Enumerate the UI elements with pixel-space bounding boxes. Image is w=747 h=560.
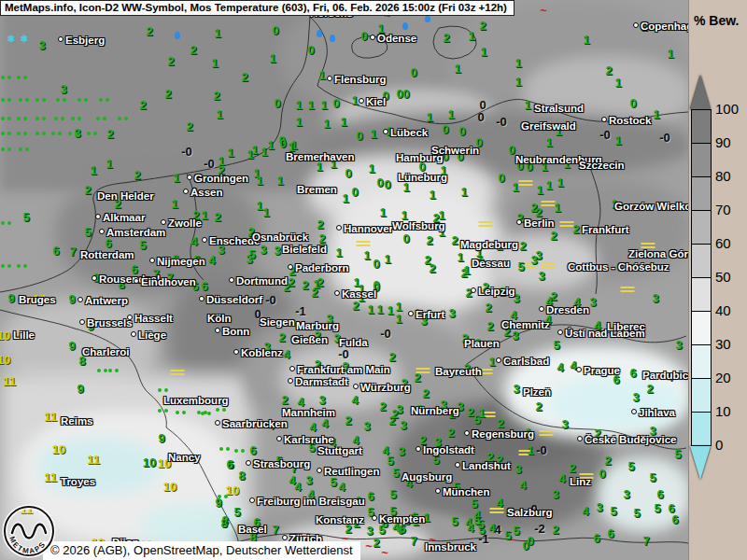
city-marker-icon bbox=[276, 436, 282, 441]
temp-value: 4 bbox=[208, 254, 215, 266]
city-marker-icon bbox=[359, 98, 364, 104]
temp-value: 4 bbox=[352, 434, 359, 446]
city-label: Flensburg bbox=[327, 74, 387, 85]
city-name: Ingolstadt bbox=[423, 444, 474, 455]
city-label: Bremen bbox=[297, 184, 337, 195]
temp-value: 1 bbox=[295, 116, 302, 128]
city-marker-icon bbox=[408, 311, 414, 316]
city-name: České Budějovice bbox=[585, 434, 676, 445]
city-marker-icon bbox=[577, 436, 583, 441]
temp-value: 2 bbox=[84, 184, 91, 196]
legend-tick-label: 90 bbox=[715, 135, 747, 149]
temp-value: 2 bbox=[164, 88, 171, 100]
temp-value: 1 bbox=[313, 278, 319, 290]
temp-value: 1 bbox=[269, 52, 275, 64]
city-name: Basel bbox=[238, 524, 267, 535]
temp-value: 1 bbox=[653, 108, 659, 120]
drizzle-icon bbox=[17, 264, 21, 268]
temp-value: -1 bbox=[295, 305, 306, 317]
temp-value: 1 bbox=[351, 94, 358, 106]
city-name: Alkmaar bbox=[103, 212, 145, 223]
temp-value: 1 bbox=[342, 192, 348, 204]
legend-segment bbox=[692, 379, 711, 413]
temp-value: 0 bbox=[410, 66, 416, 78]
city-label: Jihlava bbox=[631, 407, 675, 418]
city-name: Hasselt bbox=[134, 313, 173, 324]
city-label: Dortmund bbox=[229, 275, 288, 287]
temp-value: 9 bbox=[68, 340, 75, 352]
city-marker-icon bbox=[370, 35, 375, 40]
city-name: Frankfurt am Main bbox=[297, 364, 390, 375]
city-name: Köln bbox=[207, 313, 232, 324]
city-name: Antwerp bbox=[85, 295, 128, 306]
city-name: Liberec bbox=[607, 321, 645, 332]
temp-value: 1 bbox=[426, 111, 432, 123]
city-marker-icon bbox=[289, 366, 295, 371]
temp-value: 10 bbox=[0, 354, 10, 366]
city-label: Kiel bbox=[359, 96, 386, 107]
temp-value: 2 bbox=[139, 99, 146, 111]
copyright-bar: © 2026 (AGB), OpenStreetMap, Deutscher W… bbox=[43, 541, 360, 560]
city-name: Nijmegen bbox=[157, 256, 205, 267]
temp-value: 1 bbox=[401, 209, 407, 221]
temp-value: 5 bbox=[504, 529, 511, 541]
city-name: Fulda bbox=[339, 337, 368, 348]
temp-value: 8 bbox=[220, 517, 227, 529]
drizzle-icon bbox=[17, 76, 21, 79]
city-label: Copenhagen bbox=[633, 21, 688, 32]
temp-value: 4 bbox=[582, 505, 588, 517]
temp-value: 2 bbox=[572, 223, 579, 235]
city-label: Mannheim bbox=[282, 407, 335, 418]
city-marker-icon bbox=[288, 378, 293, 384]
city-label: Zielona Góra bbox=[628, 248, 688, 259]
temp-value: -0 bbox=[659, 132, 670, 144]
city-label: Alkmaar bbox=[95, 212, 145, 223]
city-marker-icon bbox=[58, 36, 63, 42]
city-name: Prague bbox=[584, 365, 620, 376]
legend-tick-label: 60 bbox=[715, 236, 747, 250]
drizzle-icon bbox=[1, 76, 5, 79]
temp-value: 2 bbox=[646, 383, 653, 395]
city-label: Luxembourg bbox=[163, 395, 229, 406]
city-name: Esbjerg bbox=[65, 35, 105, 46]
city-marker-icon bbox=[202, 237, 207, 243]
city-marker-icon bbox=[317, 468, 322, 473]
temp-value: 1 bbox=[173, 172, 179, 184]
temp-value: 5 bbox=[654, 502, 660, 514]
drizzle-icon bbox=[1, 117, 5, 120]
temp-value: 1 bbox=[667, 48, 673, 60]
temp-value: 4 bbox=[283, 348, 289, 360]
temp-value: 6 bbox=[105, 237, 111, 249]
temp-value: 10 bbox=[52, 443, 65, 455]
city-name: Flensburg bbox=[334, 74, 387, 85]
temp-value: 1 bbox=[557, 176, 563, 189]
legend-segment bbox=[692, 211, 711, 245]
drizzle-icon bbox=[96, 117, 100, 120]
temp-value: 0 bbox=[498, 172, 504, 184]
temp-value: 2 bbox=[213, 90, 219, 102]
temp-value: 2 bbox=[604, 455, 611, 467]
temp-value: 1 bbox=[318, 69, 325, 81]
city-label: Reims bbox=[61, 415, 93, 427]
temp-value: 9 bbox=[215, 497, 221, 509]
city-label: Augsburg bbox=[402, 471, 452, 483]
temp-value: 1 bbox=[227, 147, 233, 159]
legend-tick-label: 50 bbox=[715, 270, 747, 284]
city-label: Basel bbox=[238, 524, 267, 535]
city-label: München bbox=[435, 486, 489, 497]
fog-icon bbox=[542, 201, 556, 203]
temp-value: 2 bbox=[167, 55, 174, 67]
legend-arrow-bottom bbox=[690, 446, 711, 480]
city-label: Frankfurt am Main bbox=[289, 364, 390, 375]
legend-segment bbox=[692, 312, 711, 345]
temp-value: 5 bbox=[248, 248, 255, 260]
temp-value: 0 bbox=[402, 88, 409, 100]
city-label: Odense bbox=[370, 33, 416, 44]
legend-arrow-top bbox=[690, 75, 711, 109]
temp-value: 1 bbox=[335, 246, 342, 259]
temp-value: 2 bbox=[388, 351, 395, 363]
temp-value: 2 bbox=[443, 32, 449, 44]
temp-value: 5 bbox=[22, 211, 29, 223]
city-label: Saarbrücken bbox=[215, 418, 288, 429]
temp-value: 0 bbox=[508, 144, 514, 156]
